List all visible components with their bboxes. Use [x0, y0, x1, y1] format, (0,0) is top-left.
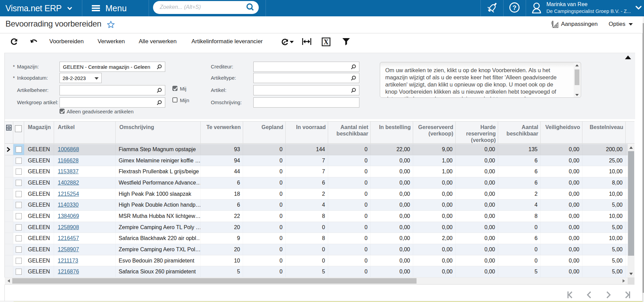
svg-text:X: X: [324, 38, 329, 46]
svg-text:?: ?: [512, 4, 516, 11]
